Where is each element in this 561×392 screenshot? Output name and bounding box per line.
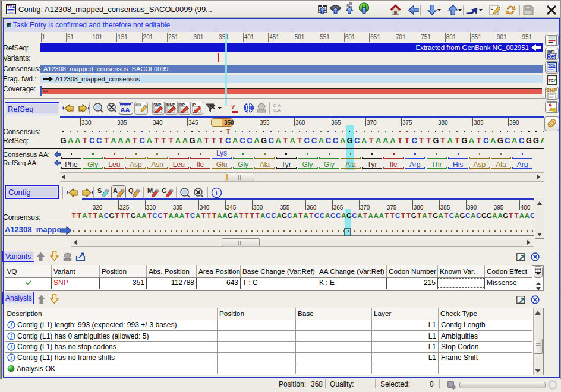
svg-text:M: M <box>147 187 153 194</box>
svg-text:Ref: Ref <box>547 53 557 60</box>
svg-text:S: S <box>97 187 102 194</box>
svg-text:G: G <box>162 187 167 194</box>
svg-text:i: i <box>10 355 12 361</box>
svg-text:MNP: MNP <box>166 103 175 107</box>
svg-text:?: ? <box>231 102 235 111</box>
svg-text:SNP: SNP <box>546 87 557 93</box>
svg-text:SNP: SNP <box>153 103 162 107</box>
svg-text:E: E <box>491 6 494 10</box>
svg-text:i: i <box>10 344 12 350</box>
svg-text:Q: Q <box>128 187 134 194</box>
svg-text:TCA: TCA <box>7 5 15 9</box>
svg-text:AA: AA <box>121 106 130 113</box>
svg-text:C-A: C-A <box>273 104 280 108</box>
svg-text:TCA: TCA <box>549 78 557 83</box>
svg-text:IP: IP <box>192 103 196 107</box>
svg-text:i: i <box>216 189 218 197</box>
svg-text:mm: mm <box>547 49 554 53</box>
svg-text:DP: DP <box>179 103 185 107</box>
svg-text:A: A <box>113 187 118 194</box>
svg-text:CCA: CCA <box>273 109 280 113</box>
svg-text:i: i <box>10 333 12 340</box>
svg-text:TCA: TCA <box>548 64 556 67</box>
svg-text:i: i <box>10 322 12 328</box>
